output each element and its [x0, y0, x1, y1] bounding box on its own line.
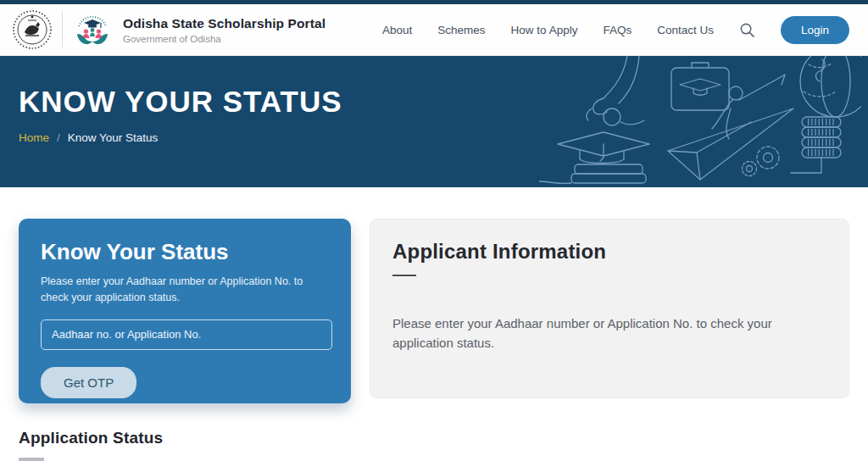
applicant-info-description: Please enter your Aadhaar number or Appl…: [392, 314, 821, 353]
scholarship-portal-logo: [72, 9, 113, 50]
main-nav: About Schemes How to Apply FAQs Contact …: [382, 16, 849, 44]
nav-contact-us[interactable]: Contact Us: [657, 24, 714, 36]
logo-divider: [62, 12, 63, 47]
site-header: Odisha State Scholarship Portal Governme…: [0, 4, 868, 56]
nav-schemes[interactable]: Schemes: [437, 24, 485, 36]
status-card-description: Please enter your Aadhaar number or Appl…: [41, 274, 329, 306]
odisha-government-emblem-logo: [12, 9, 53, 50]
main-content: Know Your Status Please enter your Aadha…: [0, 187, 868, 461]
get-otp-button[interactable]: Get OTP: [41, 367, 136, 398]
brand-text: Odisha State Scholarship Portal Governme…: [123, 16, 326, 44]
application-status-section: Application Status: [19, 429, 849, 461]
hero-banner: KNOW YOUR STATUS Home / Know Your Status: [0, 56, 868, 187]
application-status-underline-dash: [19, 458, 44, 461]
breadcrumb-current: Know Your Status: [68, 131, 159, 144]
title-underline-dash: [392, 275, 416, 276]
breadcrumb-home-link[interactable]: Home: [19, 131, 49, 144]
know-your-status-card: Know Your Status Please enter your Aadha…: [19, 219, 351, 403]
nav-faqs[interactable]: FAQs: [603, 24, 632, 36]
aadhaar-or-application-input[interactable]: [41, 319, 332, 350]
breadcrumb-separator: /: [57, 131, 60, 144]
status-card-title: Know Your Status: [41, 239, 329, 265]
application-status-title: Application Status: [19, 429, 849, 447]
applicant-info-title: Applicant Information: [392, 240, 826, 264]
applicant-information-card: Applicant Information Please enter your …: [370, 219, 849, 398]
portal-subtitle: Government of Odisha: [123, 34, 326, 44]
breadcrumb: Home / Know Your Status: [19, 131, 849, 144]
search-icon[interactable]: [739, 22, 755, 38]
nav-about[interactable]: About: [382, 24, 412, 36]
portal-title: Odisha State Scholarship Portal: [123, 16, 326, 31]
login-button[interactable]: Login: [781, 16, 849, 44]
page-title: KNOW YOUR STATUS: [19, 56, 849, 119]
nav-how-to-apply[interactable]: How to Apply: [511, 24, 578, 36]
